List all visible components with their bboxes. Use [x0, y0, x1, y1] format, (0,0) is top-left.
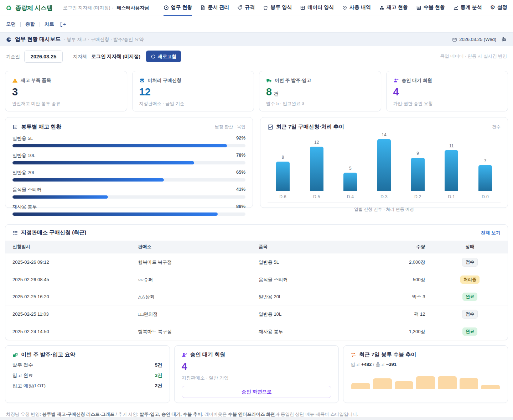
- chart-column: 5D-4: [338, 132, 363, 199]
- boxes-icon: [379, 5, 384, 10]
- chart-column: 7D-0: [473, 132, 498, 199]
- refresh-icon: [151, 54, 156, 59]
- col-header-qty: 수량: [382, 241, 432, 253]
- panel-title-text: 승인 대기 회원: [190, 351, 225, 358]
- panel-title-text: 봉투별 재고 현황: [21, 124, 61, 130]
- inventory-row: 음식물 스티커41%: [12, 187, 245, 199]
- nav-item-transfer-status[interactable]: 수불 현황: [416, 0, 445, 16]
- chart-bar: [377, 139, 391, 191]
- go-approval-button[interactable]: 승인 화면으로: [182, 386, 332, 398]
- calendar-icon: [452, 37, 457, 42]
- kpi-sub: 가입·권한 승인 요청: [393, 101, 501, 107]
- view-all-link[interactable]: 전체 보기: [481, 230, 501, 236]
- kpi-sub: 발주 5 · 입고완료 3: [266, 101, 374, 107]
- mini-bar: [460, 378, 478, 389]
- pie-chart-icon: [6, 37, 12, 42]
- kpi-sub: 지정판매소 · 금일 기준: [139, 101, 247, 107]
- weekly-requests-panel: 최근 7일 구매신청·처리 추이 건수 8D-6 12D-5 5D-4 14D-…: [260, 117, 508, 208]
- nav-item-specs[interactable]: 규격: [237, 0, 255, 16]
- header-date[interactable]: 2026.03.25 (Wed): [452, 37, 496, 42]
- panel-title-text: 최근 7일 구매신청·처리 추이: [276, 124, 344, 130]
- mini-bar: [351, 383, 370, 389]
- top-header: ♻ 종량제 시스템 로그인 지자체 (미지정) · 테스터사용자님 업무 현황 …: [0, 0, 513, 16]
- summary-row: 입고 완료 3건: [12, 372, 162, 379]
- document-icon: [200, 5, 206, 10]
- progress-fill: [12, 212, 218, 216]
- nav-item-bag-forms[interactable]: 봉투 양식: [263, 0, 292, 16]
- page-title: 업무 현황 대시보드: [15, 36, 61, 43]
- inventory-row: 일반용 5L92%: [12, 135, 245, 147]
- base-date-input[interactable]: [24, 51, 63, 63]
- subnav-link-modern[interactable]: 모던: [6, 21, 16, 27]
- filter-row: 기준일 지자체 로그인 지자체 (미지정) 새로고침 목업 데이터 · 연동 시…: [0, 46, 513, 67]
- col-header-store: 판매소: [131, 241, 252, 253]
- transfer-arrows-icon: [351, 352, 356, 358]
- orders-summary-panel: 이번 주 발주·입고 요약 발주 접수 5건 입고 완료 3건 입고 예정(LO…: [5, 345, 170, 403]
- mini-bar: [481, 385, 500, 389]
- kpi-sub: 안전재고 미만 봉투 종류: [12, 101, 120, 107]
- chart-bar: [276, 162, 290, 191]
- in-value: +482: [361, 362, 372, 367]
- nav-item-data-forms[interactable]: 데이터 양식: [300, 0, 334, 16]
- panel-title-text: 지정판매소 구매신청 (최근): [21, 229, 86, 236]
- tag-icon: [237, 5, 243, 10]
- purchase-requests-table: 신청일시 판매소 품목 수량 상태 2025-02-26 09:12 행복마트 …: [5, 241, 508, 340]
- nav-item-documents[interactable]: 문서 관리: [200, 0, 229, 16]
- exit-icon[interactable]: [59, 21, 66, 28]
- approval-sub: 지정판매소 · 일반 가입: [182, 375, 332, 381]
- nav-item-inventory-status[interactable]: 재고 현황: [379, 0, 408, 16]
- nav-item-settings[interactable]: ⚙ 설정: [490, 0, 507, 16]
- table-row[interactable]: 2025-02-24 14:50 행복마트 북구점 재사용 봉투 1,200장 …: [5, 323, 508, 340]
- chart-bar: [445, 150, 458, 191]
- user-check-icon: [182, 352, 187, 358]
- trend-chart-icon: [268, 124, 273, 130]
- status-badge: 처리중: [460, 275, 480, 284]
- approval-panel: 승인 대기 회원 4 지정판매소 · 일반 가입 승인 화면으로: [174, 345, 339, 403]
- mini-bar-chart: [351, 376, 501, 389]
- progress-fill: [12, 144, 227, 147]
- refresh-button[interactable]: 새로고침: [146, 51, 181, 62]
- kpi-value: 3: [12, 87, 120, 97]
- table-row[interactable]: 2025-02-25 11:03 □□편의점 일반용 10L 팩 12 접수: [5, 305, 508, 323]
- nav-item-statistics[interactable]: 통계 분석: [453, 0, 482, 16]
- progress-track: [12, 144, 245, 147]
- kpi-row: 재고 부족 품목 3 안전재고 미만 봉투 종류 미처리 구매신청 12 지정판…: [5, 71, 508, 111]
- mini-bar: [395, 381, 414, 389]
- warning-icon: [12, 78, 18, 83]
- progress-track: [12, 195, 245, 199]
- dashboard-title-bar: 업무 현황 대시보드 · 봉투 재고 · 구매신청 · 발주/승인 요약 202…: [0, 32, 513, 46]
- app-title: 종량제 시스템: [15, 4, 53, 12]
- progress-track: [12, 161, 245, 164]
- mock-data-note: 목업 데이터 · 연동 시 실시간 반영: [440, 53, 507, 59]
- inventory-row: 재사용 봉투88%: [12, 204, 245, 216]
- table-header-row: 신청일시 판매소 품목 수량 상태: [5, 241, 508, 253]
- chart-unit-label: 건수: [492, 124, 501, 130]
- chart-column: 9D-2: [405, 132, 430, 199]
- gear-icon: ⚙: [490, 5, 495, 10]
- chart-column: 12D-5: [304, 132, 329, 199]
- bar-chart: 8D-6 12D-5 5D-4 14D-3 9D-2 11D-1 7D-0: [268, 132, 501, 199]
- progress-fill: [12, 195, 108, 199]
- recycle-logo-icon: ♻: [6, 5, 12, 11]
- nav-item-work-status[interactable]: 업무 현황: [164, 0, 192, 16]
- col-header-datetime: 신청일시: [5, 241, 131, 253]
- subnav-link-chart[interactable]: 차트: [45, 21, 54, 27]
- divider: [268, 203, 501, 203]
- chart-bar: [310, 147, 323, 191]
- gauge-icon: [164, 5, 169, 10]
- sliders-icon[interactable]: [501, 36, 507, 42]
- divider: [40, 22, 40, 27]
- col-header-status: 상태: [432, 241, 508, 253]
- subnav-link-combined[interactable]: 종합: [25, 21, 35, 27]
- mini-bar: [416, 376, 435, 389]
- table-row[interactable]: 2025-02-26 08:45 ○○슈퍼 음식물 스티커 500장 처리중: [5, 271, 508, 288]
- nav-item-usage-history[interactable]: 사용 내역: [342, 0, 371, 16]
- table-row[interactable]: 2025-02-26 09:12 행복마트 북구점 일반용 5L 2,000장 …: [5, 253, 508, 271]
- table-row[interactable]: 2025-02-25 16:20 △△상회 일반용 20L 박스 3 완료: [5, 288, 508, 305]
- org-value: 로그인 지자체 (미지정): [91, 53, 140, 60]
- truck-icon: [266, 78, 272, 83]
- main-nav: 업무 현황 문서 관리 규격 봉투 양식 데이터 양식 사용 내역 재고 현황 …: [164, 0, 507, 16]
- kpi-card-pending-requests: 미처리 구매신청 12 지정판매소 · 금일 기준: [132, 71, 254, 111]
- status-badge: 완료: [462, 293, 477, 301]
- inventory-row: 일반용 20L65%: [12, 169, 245, 182]
